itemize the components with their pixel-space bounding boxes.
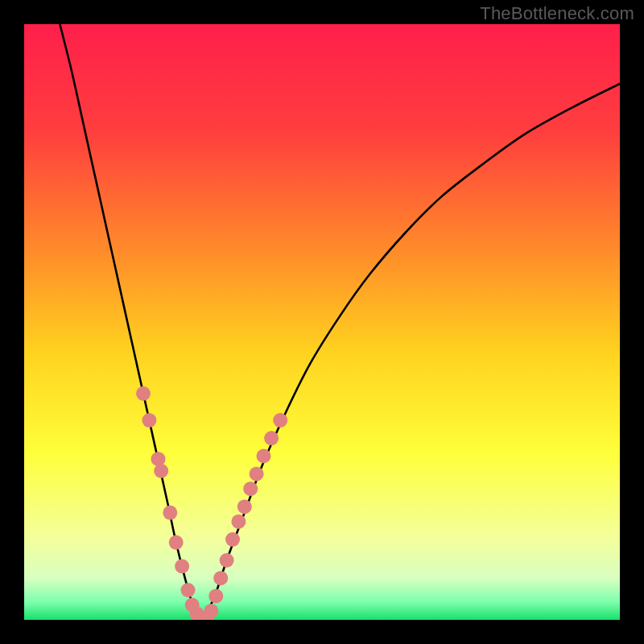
highlight-dot [243,481,258,496]
highlight-dot [204,604,218,618]
highlight-dot [175,559,189,573]
highlight-dot [142,413,156,427]
highlight-dot [208,588,223,603]
highlight-dot [273,413,287,427]
highlight-dot [154,464,168,478]
highlight-dot [169,535,184,550]
highlight-dot [220,553,234,568]
highlight-dot [237,499,252,514]
highlight-dot [231,514,246,529]
watermark-text: TheBottleneck.com [480,3,634,24]
plot-area [24,24,620,620]
highlight-dot [136,386,151,401]
highlight-dot [250,467,264,481]
highlight-dot [256,449,270,464]
highlight-dot [181,583,196,597]
highlight-dot [163,506,177,520]
dot-layer [24,24,620,620]
highlight-dot [264,431,279,445]
highlight-dot [225,532,240,547]
highlight-dot [213,571,228,585]
chart-stage: TheBottleneck.com [0,0,644,644]
